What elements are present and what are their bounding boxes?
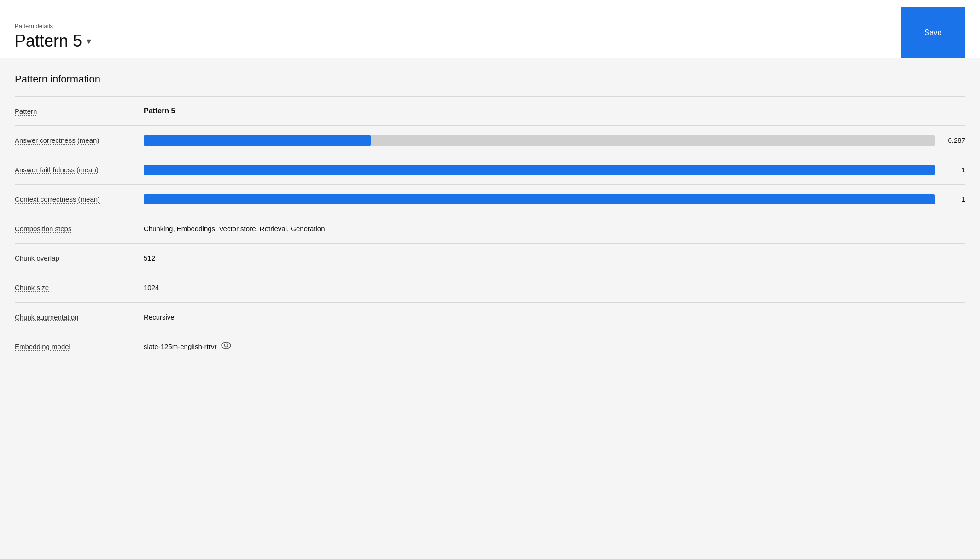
row-label: Context correctness (mean) [15, 195, 144, 203]
page-title: Pattern 5 [15, 31, 82, 51]
page-header: Pattern details Pattern 5 ▾ Save [0, 0, 980, 58]
bar-value-label: 1 [942, 195, 965, 203]
breadcrumb: Pattern details [15, 23, 91, 29]
table-row: Context correctness (mean)1 [15, 185, 965, 214]
row-label: Pattern [15, 107, 144, 115]
table-row: Chunk size1024 [15, 273, 965, 303]
svg-point-0 [222, 342, 231, 349]
table-row: Embedding modelslate-125m-english-rtrvr [15, 332, 965, 361]
progress-bar-fill [144, 194, 935, 204]
main-content: Pattern information PatternPattern 5Answ… [0, 58, 980, 376]
row-label: Embedding model [15, 343, 144, 350]
progress-bar-track [144, 165, 935, 175]
row-value: 512 [144, 254, 965, 262]
progress-bar-track [144, 194, 935, 204]
table-row: Composition stepsChunking, Embeddings, V… [15, 214, 965, 244]
svg-point-1 [225, 344, 228, 347]
bar-container: 1 [144, 194, 965, 204]
progress-bar-track [144, 135, 935, 146]
bar-value-label: 0.287 [942, 136, 965, 144]
table-row: Chunk augmentationRecursive [15, 303, 965, 332]
section-title: Pattern information [15, 73, 965, 85]
row-label: Answer faithfulness (mean) [15, 166, 144, 174]
row-label: Chunk overlap [15, 254, 144, 262]
header-left: Pattern details Pattern 5 ▾ [15, 23, 91, 58]
table-row: Answer faithfulness (mean)1 [15, 155, 965, 185]
eye-icon[interactable] [221, 342, 231, 351]
row-label: Composition steps [15, 225, 144, 233]
row-label: Chunk size [15, 284, 144, 291]
bar-container: 0.287 [144, 135, 965, 146]
row-value: Pattern 5 [144, 107, 965, 115]
table-row: Answer correctness (mean)0.287 [15, 126, 965, 155]
table-row: Chunk overlap512 [15, 244, 965, 273]
save-button[interactable]: Save [901, 7, 965, 58]
row-label: Answer correctness (mean) [15, 136, 144, 144]
title-row: Pattern 5 ▾ [15, 31, 91, 51]
progress-bar-fill [144, 135, 371, 146]
chevron-down-icon[interactable]: ▾ [87, 35, 91, 47]
bar-value-label: 1 [942, 166, 965, 174]
table-row: PatternPattern 5 [15, 96, 965, 126]
bar-container: 1 [144, 165, 965, 175]
row-value: Chunking, Embeddings, Vector store, Retr… [144, 225, 965, 233]
info-table: PatternPattern 5Answer correctness (mean… [15, 96, 965, 361]
row-value: slate-125m-english-rtrvr [144, 342, 965, 351]
row-value: 1024 [144, 284, 965, 291]
row-label: Chunk augmentation [15, 313, 144, 321]
progress-bar-fill [144, 165, 935, 175]
row-value: Recursive [144, 313, 965, 321]
